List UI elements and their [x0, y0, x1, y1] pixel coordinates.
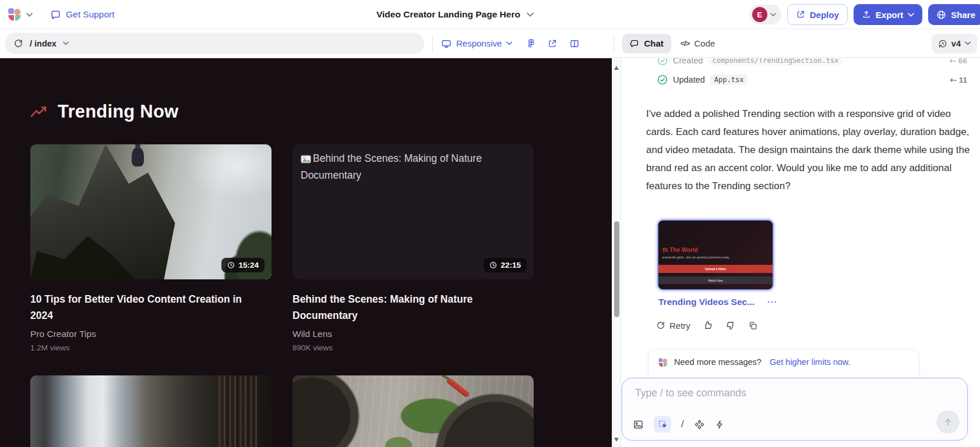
code-tab-label: Code	[695, 38, 715, 48]
video-card[interactable]	[30, 375, 272, 447]
chat-tab-label: Chat	[644, 38, 663, 48]
duration-badge: 22:15	[484, 258, 527, 272]
video-card[interactable]: Behind the Scenes: Making of Nature Docu…	[292, 144, 534, 352]
top-chrome-bar: Get Support Video Creator Landing Page H…	[0, 0, 980, 29]
video-thumbnail[interactable]: 15:24	[30, 144, 272, 279]
get-support-link[interactable]: Get Support	[50, 9, 115, 20]
select-element-button[interactable]	[654, 416, 671, 432]
monitor-icon	[441, 38, 452, 49]
video-card[interactable]: 15:24 10 Tips for Better Video Content C…	[30, 144, 272, 352]
device-mode-label: Responsive	[456, 38, 502, 48]
chevron-down-icon[interactable]	[63, 41, 69, 45]
avatar: E	[752, 7, 767, 22]
section-title: Trending Now	[58, 101, 178, 122]
preview-scrollbar[interactable]	[612, 58, 621, 447]
reload-icon[interactable]	[13, 38, 23, 48]
send-button[interactable]	[936, 410, 960, 434]
thumb-heading: th The World	[662, 247, 698, 253]
scroll-down-arrow[interactable]	[614, 438, 619, 442]
video-thumbnail-broken[interactable]: Behind the Scenes: Making of Nature Docu…	[292, 144, 534, 279]
globe-icon	[936, 10, 946, 20]
project-title: Video Creator Landing Page Hero	[376, 9, 520, 20]
video-views: 890K views	[292, 343, 534, 352]
chat-input-box[interactable]: /	[622, 378, 968, 441]
account-menu[interactable]: E	[749, 5, 781, 24]
version-label: v4	[951, 39, 961, 48]
export-label: Export	[876, 10, 904, 20]
thumb-subtext: around the globe. Join our growing commu…	[662, 256, 730, 259]
tab-code[interactable]: </> Code	[681, 38, 715, 48]
broken-image-icon	[301, 155, 311, 164]
diff-count: +- 66	[949, 58, 967, 65]
split-view-icon[interactable]	[569, 38, 580, 49]
attachment-thumbnail[interactable]: th The World around the globe. Join our …	[657, 219, 774, 290]
site-preview-pane: Trending Now 15:24 10 Tips for Better Vi…	[0, 58, 612, 447]
chevron-down-icon	[26, 13, 33, 17]
share-button[interactable]: Share	[928, 4, 980, 25]
chat-bubble-icon	[630, 39, 639, 48]
thumb-secondary-button: Watch Now	[658, 276, 773, 284]
event-file-badge: components/TrendingSection.tsx	[708, 58, 843, 66]
check-circle-icon	[657, 74, 668, 85]
thumbs-down-button[interactable]	[725, 320, 736, 331]
chevron-down-icon	[506, 41, 512, 45]
export-button[interactable]: Export	[854, 4, 923, 25]
slash-command-button[interactable]: /	[681, 418, 684, 430]
support-bubble-icon	[50, 9, 61, 20]
upload-icon	[862, 10, 871, 19]
design-system-icon[interactable]	[694, 419, 705, 430]
scrollbar-thumb[interactable]	[614, 221, 619, 317]
chevron-down-icon	[527, 12, 534, 17]
attach-image-button[interactable]	[633, 419, 644, 430]
chat-input[interactable]	[634, 386, 879, 400]
app-logo-menu[interactable]	[7, 7, 33, 22]
video-thumbnail[interactable]	[292, 375, 534, 447]
video-title[interactable]: Behind the Scenes: Making of Nature Docu…	[292, 291, 523, 324]
chevron-down-icon	[908, 13, 914, 17]
event-action: Updated	[673, 75, 705, 84]
event-file-badge: App.tsx	[710, 74, 748, 85]
figma-component-icon[interactable]	[526, 38, 536, 48]
get-higher-limits-link[interactable]: Get higher limits now.	[770, 357, 851, 367]
project-title-menu[interactable]: Video Creator Landing Page Hero	[376, 0, 534, 29]
url-bar[interactable]: / index	[5, 33, 424, 54]
deploy-button[interactable]: Deploy	[787, 4, 848, 25]
thumbs-up-button[interactable]	[703, 320, 713, 331]
route-path: / index	[30, 39, 57, 48]
video-card[interactable]	[292, 375, 534, 447]
chat-panel: Created components/TrendingSection.tsx +…	[621, 58, 980, 447]
duration-badge: 15:24	[221, 258, 265, 272]
trending-up-icon	[30, 105, 48, 119]
divider	[614, 36, 614, 52]
attachment-menu-button[interactable]: ⋯	[767, 296, 777, 308]
toolbar: / index Responsive	[0, 30, 980, 58]
event-action: Created	[673, 58, 703, 65]
image-alt-text: Behind the Scenes: Making of Nature Docu…	[301, 150, 526, 184]
open-in-new-window-icon[interactable]	[548, 38, 558, 48]
video-title[interactable]: 10 Tips for Better Video Content Creatio…	[30, 291, 261, 324]
retry-button[interactable]: Retry	[656, 321, 690, 331]
scroll-up-arrow[interactable]	[614, 66, 619, 70]
get-support-label: Get Support	[66, 9, 115, 20]
video-channel: Pro Creator Tips	[30, 329, 272, 339]
version-history-dropdown[interactable]: v4	[932, 34, 977, 54]
chili-garnish	[446, 377, 470, 398]
tab-chat[interactable]: Chat	[622, 34, 671, 54]
video-thumbnail[interactable]	[30, 375, 272, 447]
thumb-primary-button: Upload a Video	[658, 265, 773, 273]
app-logo-icon	[658, 357, 668, 368]
history-icon	[938, 39, 947, 48]
file-event-row[interactable]: Created components/TrendingSection.tsx +…	[657, 58, 967, 68]
device-mode-dropdown[interactable]: Responsive	[441, 38, 512, 49]
copy-button[interactable]	[748, 321, 758, 331]
deploy-label: Deploy	[810, 10, 839, 20]
video-channel: Wild Lens	[292, 329, 534, 339]
attachment-name[interactable]: Trending Videos Sec...	[658, 297, 755, 307]
limits-text: Need more messages?	[674, 357, 762, 367]
photographer-figure	[132, 147, 144, 166]
quick-actions-bolt-icon[interactable]	[715, 420, 725, 430]
retry-label: Retry	[669, 321, 690, 331]
file-event-row[interactable]: Updated App.tsx +- 11	[657, 72, 967, 87]
chevron-down-icon	[965, 41, 971, 45]
diff-count: +- 11	[950, 76, 967, 84]
